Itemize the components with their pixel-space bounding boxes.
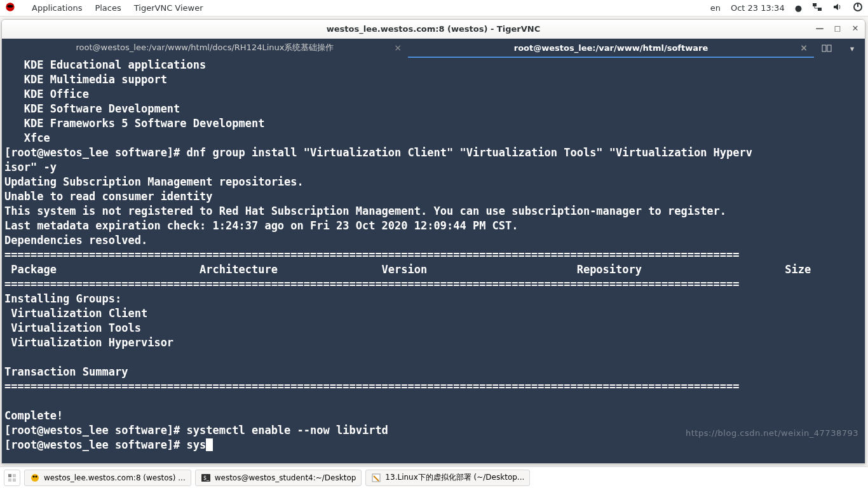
terminal-cursor — [206, 438, 213, 451]
svg-point-13 — [33, 475, 35, 477]
svg-point-14 — [36, 475, 37, 477]
menu-places[interactable]: Places — [95, 3, 121, 13]
terminal-tabbar: root@westos_lee:/var/www/html/docs/RH124… — [2, 39, 865, 58]
power-icon[interactable] — [853, 2, 863, 14]
host-taskbar: westos_lee.westos.com:8 (westos) ... $_ … — [0, 466, 868, 488]
terminal-tab-label: root@westos_lee:/var/www/html/docs/RH124… — [76, 42, 334, 53]
tab-close-icon[interactable]: × — [800, 43, 808, 53]
terminal-tab-1[interactable]: root@westos_lee:/var/www/html/docs/RH124… — [2, 39, 408, 58]
tab-menu-icon[interactable]: ▾ — [839, 39, 865, 58]
svg-rect-7 — [827, 45, 831, 51]
svg-point-12 — [31, 474, 39, 482]
vnc-titlebar[interactable]: westos_lee.westos.com:8 (westos) - Tiger… — [2, 20, 865, 39]
taskbar-item-label: westos@westos_student4:~/Desktop — [215, 473, 356, 482]
volume-icon[interactable] — [832, 2, 843, 14]
clock[interactable]: Oct 23 13:34 — [731, 3, 785, 13]
taskbar-item-terminal[interactable]: $_ westos@westos_student4:~/Desktop — [195, 470, 362, 486]
terminal-window: root@westos_lee:/var/www/html/docs/RH124… — [2, 39, 865, 463]
terminal-tab-2[interactable]: root@westos_lee:/var/www/html/software × — [408, 39, 814, 58]
svg-rect-2 — [813, 3, 817, 6]
watermark: https://blog.csdn.net/weixin_47738793 — [686, 428, 858, 438]
window-close-button[interactable]: ✕ — [850, 22, 861, 34]
terminal-output[interactable]: KDE Educational applications KDE Multime… — [2, 58, 865, 463]
window-maximize-button[interactable]: ◻ — [832, 22, 843, 34]
svg-rect-8 — [8, 474, 11, 477]
svg-point-1 — [7, 5, 13, 8]
lang-indicator[interactable]: en — [710, 3, 721, 13]
vnc-title: westos_lee.westos.com:8 (westos) - Tiger… — [327, 24, 540, 34]
svg-rect-10 — [8, 478, 11, 482]
window-minimize-button[interactable]: — — [814, 22, 825, 34]
tab-close-icon[interactable]: × — [394, 43, 402, 53]
menu-current-app[interactable]: TigerVNC Viewer — [134, 3, 203, 13]
svg-text:$_: $_ — [203, 475, 210, 481]
taskbar-item-gedit[interactable]: 13.Linux下的虚拟化部署 (~/Desktop... — [365, 470, 530, 486]
taskbar-item-label: 13.Linux下的虚拟化部署 (~/Desktop... — [385, 472, 524, 483]
svg-rect-3 — [818, 8, 822, 11]
network-icon[interactable] — [812, 2, 822, 14]
clock-dot: ● — [795, 3, 802, 13]
taskbar-item-label: westos_lee.westos.com:8 (westos) ... — [44, 473, 186, 482]
terminal-tab-label: root@westos_lee:/var/www/html/software — [514, 43, 708, 53]
tigervnc-window: westos_lee.westos.com:8 (westos) - Tiger… — [1, 19, 865, 464]
workspace-switcher-icon[interactable] — [4, 470, 20, 486]
taskbar-item-vnc[interactable]: westos_lee.westos.com:8 (westos) ... — [24, 470, 191, 486]
svg-rect-6 — [822, 45, 826, 51]
remote-desktop: root@westos_lee:/var/www/html/docs/RH124… — [2, 39, 865, 463]
svg-rect-11 — [13, 478, 16, 482]
svg-rect-9 — [13, 474, 16, 477]
gnome-topbar: Applications Places TigerVNC Viewer en O… — [0, 0, 868, 17]
activities-icon — [5, 2, 19, 14]
tab-split-icon[interactable] — [814, 39, 839, 58]
menu-applications[interactable]: Applications — [32, 3, 82, 13]
